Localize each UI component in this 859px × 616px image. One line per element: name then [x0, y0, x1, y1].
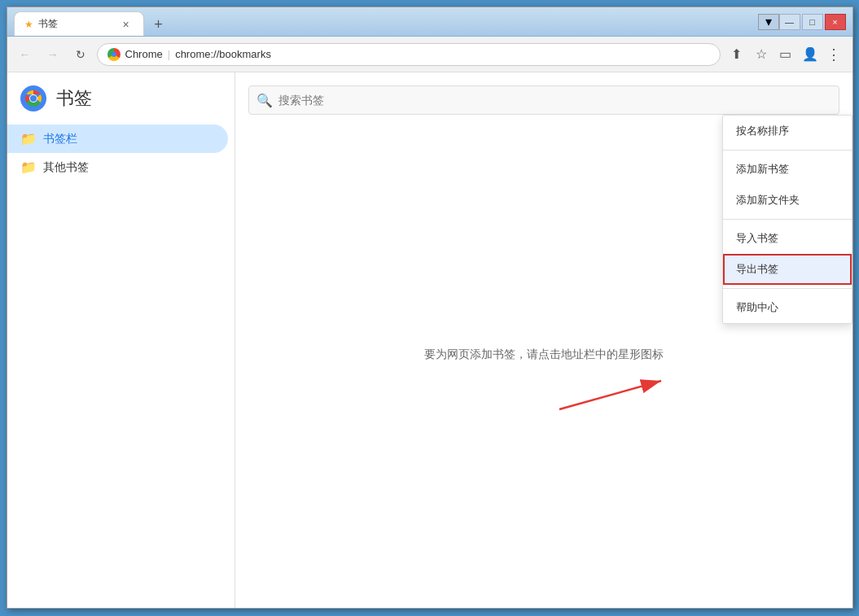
address-bar[interactable]: Chrome | chrome://bookmarks	[97, 43, 721, 66]
share-icon: ⬆	[731, 46, 742, 62]
cast-icon: ▭	[779, 46, 791, 62]
menu-item-add-bookmark[interactable]: 添加新书签	[723, 154, 852, 185]
forward-button[interactable]: →	[42, 43, 64, 66]
svg-point-2	[30, 95, 37, 102]
menu-item-sort[interactable]: 按名称排序	[723, 116, 852, 146]
page-title: 书签	[56, 86, 92, 111]
content-area: 🔍 要为网页添加书签，请点击地址栏中的星形图标 按名称排序 添加新书签 添加新文…	[235, 72, 852, 608]
share-button[interactable]: ⬆	[725, 43, 748, 66]
address-url: chrome://bookmarks	[175, 48, 271, 60]
sidebar: 书签 📁 书签栏 📁 其他书签	[7, 72, 235, 608]
address-separator: |	[168, 48, 170, 60]
dropdown-menu: 按名称排序 添加新书签 添加新文件夹 导入书签 导出书签 帮助中心	[722, 115, 852, 324]
back-icon: ←	[20, 48, 31, 61]
site-icon	[107, 48, 121, 61]
folder-icon-other: 📁	[20, 159, 37, 175]
title-bar: ★ 书签 × + ▾ — □ ×	[7, 7, 852, 37]
chrome-logo-icon	[20, 85, 46, 111]
search-bar-wrapper: 🔍	[248, 85, 839, 115]
menu-item-import[interactable]: 导入书签	[723, 223, 852, 254]
back-button[interactable]: ←	[14, 43, 37, 66]
more-button[interactable]: ⋮	[823, 43, 846, 66]
menu-divider-3	[723, 288, 852, 289]
menu-item-add-folder[interactable]: 添加新文件夹	[723, 185, 852, 216]
sidebar-item-bookmarks-bar[interactable]: 📁 书签栏	[7, 125, 228, 153]
profile-icon: 👤	[802, 46, 818, 62]
address-chrome-label: Chrome	[125, 48, 163, 60]
bookmark-star-button[interactable]: ☆	[750, 43, 773, 66]
tab-star-icon: ★	[24, 19, 33, 30]
main-content: 书签 📁 书签栏 📁 其他书签 🔍 要为网页添加书签，请点击地址栏中的星形图标	[7, 72, 852, 608]
search-icon: 🔍	[256, 93, 273, 108]
sidebar-item-other-bookmarks-label: 其他书签	[43, 160, 89, 175]
sidebar-header: 书签	[7, 85, 234, 125]
refresh-button[interactable]: ↻	[69, 43, 92, 66]
menu-divider-1	[723, 150, 852, 151]
cast-button[interactable]: ▭	[774, 43, 797, 66]
profile-button[interactable]: 👤	[799, 43, 822, 66]
menu-divider-2	[723, 219, 852, 220]
empty-state-text: 要为网页添加书签，请点击地址栏中的星形图标	[424, 347, 664, 362]
new-tab-button[interactable]: +	[147, 13, 170, 36]
browser-window: ★ 书签 × + ▾ — □ × ← → ↻ Chrome | chrome:/…	[7, 7, 853, 609]
window-controls: — □ ×	[779, 14, 846, 30]
more-icon: ⋮	[826, 46, 842, 63]
forward-icon: →	[47, 48, 59, 61]
refresh-icon: ↻	[76, 48, 85, 61]
minimize-button[interactable]: —	[779, 14, 800, 30]
nav-bar: ← → ↻ Chrome | chrome://bookmarks ⬆ ☆ ▭ …	[7, 37, 852, 72]
search-input[interactable]	[248, 85, 839, 115]
tab-close-button[interactable]: ×	[119, 17, 134, 32]
sidebar-item-other-bookmarks[interactable]: 📁 其他书签	[7, 153, 228, 181]
maximize-button[interactable]: □	[802, 14, 823, 30]
folder-icon: 📁	[20, 131, 37, 146]
nav-icons-right: ⬆ ☆ ▭ 👤 ⋮	[725, 43, 846, 66]
menu-item-help[interactable]: 帮助中心	[723, 292, 852, 323]
tab-title: 书签	[38, 17, 114, 31]
sidebar-item-bookmarks-bar-label: 书签栏	[43, 132, 77, 146]
menu-item-export[interactable]: 导出书签	[723, 254, 852, 285]
active-tab[interactable]: ★ 书签 ×	[14, 11, 144, 36]
tab-dropdown-button[interactable]: ▾	[758, 14, 779, 30]
tab-area: ★ 书签 × +	[14, 7, 755, 36]
close-button[interactable]: ×	[825, 14, 846, 30]
star-icon: ☆	[756, 46, 767, 62]
